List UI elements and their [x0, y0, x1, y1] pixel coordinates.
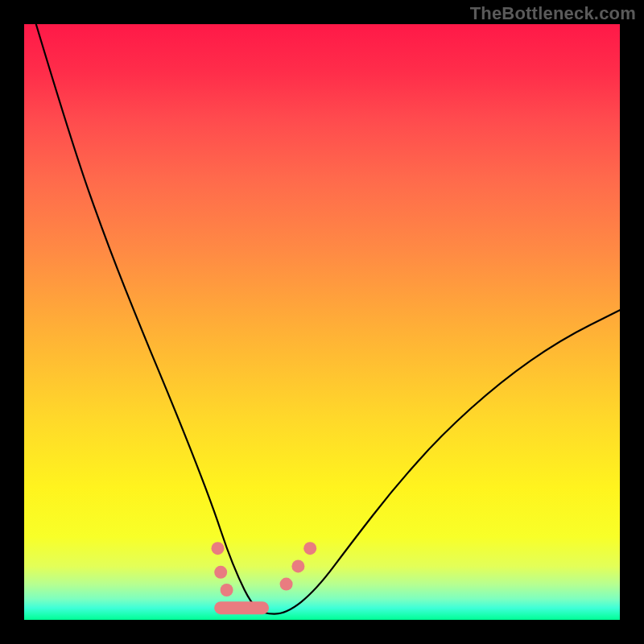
watermark-text: TheBottleneck.com [470, 3, 636, 24]
marker-dot [303, 542, 316, 555]
chart-overlay [24, 24, 620, 620]
marker-dot [291, 559, 304, 572]
marker-dot [212, 542, 225, 555]
plot-area [24, 24, 620, 620]
marker-dot [221, 584, 233, 597]
bottleneck-curve [36, 24, 620, 614]
marker-dot [214, 566, 227, 579]
chart-frame: TheBottleneck.com [0, 0, 644, 644]
marker-dot [280, 578, 293, 591]
